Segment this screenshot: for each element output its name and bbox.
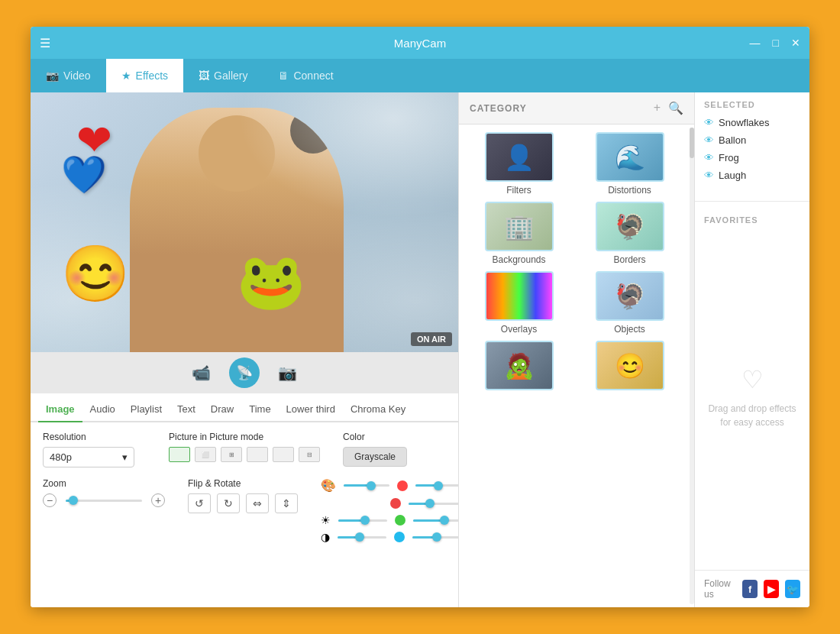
twitter-button[interactable]: 🐦 <box>785 580 800 598</box>
red-color-dot <box>397 480 408 491</box>
green-dot <box>395 515 405 526</box>
category-header: CATEGORY + 🔍 <box>459 92 694 125</box>
pip-bottom-right-button[interactable] <box>273 447 294 462</box>
youtube-button[interactable]: ▶ <box>764 580 779 598</box>
contrast-icon: ◑ <box>321 531 330 543</box>
tab-audio[interactable]: Audio <box>82 397 123 422</box>
color-sliders-col: 🎨 <box>321 478 458 543</box>
color-spectrum-slider[interactable] <box>344 484 389 487</box>
nav-tab-connect-label: Connect <box>293 70 333 82</box>
contrast-slider[interactable] <box>338 536 386 539</box>
rotate-left-button[interactable]: ↺ <box>188 493 211 513</box>
favorites-title: FAVORITES <box>704 215 800 225</box>
category-item-filters[interactable]: 👤 Filters <box>467 132 571 196</box>
pip-full-button[interactable] <box>169 447 190 462</box>
follow-label: Follow us <box>704 578 736 600</box>
category-actions: + 🔍 <box>654 101 683 115</box>
flip-h-button[interactable]: ⇔ <box>246 493 269 513</box>
tab-image[interactable]: Image <box>38 397 82 422</box>
brightness-slider[interactable] <box>338 519 387 522</box>
blue-slider[interactable] <box>412 536 458 539</box>
overlays-thumbnail <box>485 271 554 321</box>
category-item-borders[interactable]: 🦃 Borders <box>577 202 682 265</box>
zoom-minus-button[interactable]: − <box>43 493 57 507</box>
selected-label-snowflakes: Snowflakes <box>719 117 769 128</box>
video-ctrl-button[interactable]: 📹 <box>192 364 211 382</box>
effects-nav-icon: ★ <box>121 70 131 82</box>
pip-grid-button[interactable]: ⊟ <box>299 447 320 462</box>
minimize-button[interactable]: — <box>750 37 761 49</box>
head <box>199 115 275 192</box>
selected-item-ballon[interactable]: 👁 Ballon <box>704 134 800 146</box>
selected-item-laugh[interactable]: 👁 Laugh <box>704 170 800 181</box>
tab-draw[interactable]: Draw <box>203 397 241 422</box>
tab-lower-third[interactable]: Lower third <box>279 397 343 422</box>
nav-tab-connect[interactable]: 🖥 Connect <box>263 59 348 92</box>
selected-label-frog: Frog <box>719 152 739 163</box>
nav-tab-gallery[interactable]: 🖼 Gallery <box>183 59 263 92</box>
tab-text[interactable]: Text <box>170 397 203 422</box>
nav-tab-gallery-label: Gallery <box>214 70 247 82</box>
category-scrollbar[interactable] <box>690 128 694 604</box>
snapshot-ctrl-button[interactable]: 📷 <box>278 364 297 382</box>
selected-item-frog[interactable]: 👁 Frog <box>704 152 800 163</box>
flip-col: Flip & Rotate ↺ ↻ ⇔ ⇕ <box>188 478 298 543</box>
category-item-fx2[interactable]: 😊 <box>577 341 682 393</box>
tab-playlist[interactable]: Playlist <box>123 397 170 422</box>
maximize-button[interactable]: □ <box>773 37 779 49</box>
flip-v-button[interactable]: ⇕ <box>275 493 298 513</box>
heart-blue-emoji: 💙 <box>61 154 107 196</box>
broadcast-ctrl-button[interactable]: 📡 <box>229 357 260 388</box>
red-value-slider[interactable] <box>409 503 458 505</box>
distortions-label: Distortions <box>608 185 651 196</box>
tab-time[interactable]: Time <box>241 397 278 422</box>
pip-bottom-left-button[interactable] <box>247 447 268 462</box>
grayscale-button[interactable]: Grayscale <box>343 447 407 467</box>
color-row-brightness: ☀ <box>321 514 458 526</box>
selected-section: SELECTED 👁 Snowflakes 👁 Ballon 👁 Frog 👁 … <box>695 92 809 195</box>
category-item-objects[interactable]: 🦃 Objects <box>577 271 682 335</box>
menu-icon[interactable]: ☰ <box>40 36 50 50</box>
resolution-select[interactable]: 480p ▾ <box>43 447 134 467</box>
rotate-right-button[interactable]: ↻ <box>217 493 240 513</box>
facebook-button[interactable]: f <box>742 580 758 598</box>
add-category-button[interactable]: + <box>654 101 661 115</box>
pip-col: Picture in Picture mode ⬜ ⊞ ⊟ <box>169 432 320 467</box>
heart-placeholder-icon: ♡ <box>741 365 764 394</box>
search-category-button[interactable]: 🔍 <box>668 101 683 115</box>
selected-item-snowflakes[interactable]: 👁 Snowflakes <box>704 117 800 128</box>
zoom-slider-track[interactable] <box>66 500 142 502</box>
zoom-col: Zoom − + <box>43 478 165 543</box>
pip-top-left-button[interactable]: ⬜ <box>195 447 216 462</box>
pip-top-right-button[interactable]: ⊞ <box>221 447 242 462</box>
middle-inner: 👤 Filters 🌊 Distortions <box>459 125 694 607</box>
category-grid: 👤 Filters 🌊 Distortions <box>459 125 690 401</box>
category-item-distortions[interactable]: 🌊 Distortions <box>577 132 682 196</box>
selected-title: SELECTED <box>704 100 800 109</box>
objects-label: Objects <box>614 324 645 335</box>
filters-label: Filters <box>506 185 531 196</box>
app-window: ☰ ManyCam — □ ✕ 📷 Video ★ Effects 🖼 Gall… <box>31 27 809 607</box>
fx2-thumbnail: 😊 <box>596 341 664 390</box>
resolution-col: Resolution 480p ▾ <box>43 432 146 467</box>
nav-tab-effects[interactable]: ★ Effects <box>106 59 184 92</box>
chevron-down-icon: ▾ <box>122 451 128 463</box>
category-item-fx1[interactable]: 🧟 <box>467 341 571 393</box>
backgrounds-label: Backgrounds <box>492 254 545 265</box>
category-item-backgrounds[interactable]: 🏢 Backgrounds <box>467 202 571 265</box>
zoom-plus-button[interactable]: + <box>151 493 165 507</box>
tab-chroma-key[interactable]: Chroma Key <box>343 397 413 422</box>
close-button[interactable]: ✕ <box>791 37 800 49</box>
right-panel: SELECTED 👁 Snowflakes 👁 Ballon 👁 Frog 👁 … <box>695 92 809 607</box>
category-item-overlays[interactable]: Overlays <box>467 271 571 335</box>
left-panel: ❤ 💙 😊 🐸 ON AIR 📹 📡 📷 <box>31 92 458 607</box>
category-scrollbar-thumb[interactable] <box>690 128 694 158</box>
nav-tab-video[interactable]: 📷 Video <box>31 59 106 92</box>
objects-thumbnail: 🦃 <box>596 271 664 321</box>
red-slider[interactable] <box>415 484 458 487</box>
gallery-nav-icon: 🖼 <box>199 70 209 82</box>
pip-modes: ⬜ ⊞ ⊟ <box>169 447 320 462</box>
filters-thumbnail: 👤 <box>485 132 554 182</box>
backgrounds-thumbnail: 🏢 <box>485 202 554 251</box>
green-slider[interactable] <box>413 519 459 522</box>
